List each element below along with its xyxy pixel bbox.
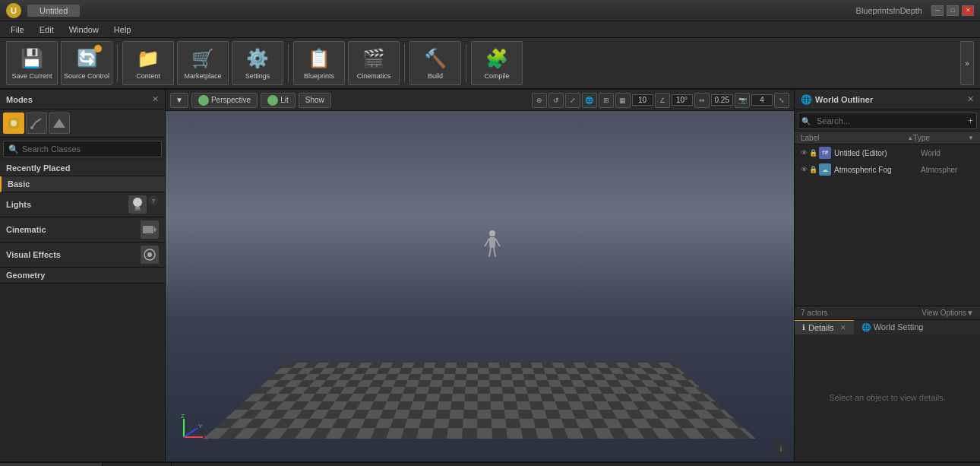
restore-button[interactable]: □ xyxy=(947,5,959,16)
lights-header[interactable]: Lights ? xyxy=(0,192,165,217)
svg-marker-3 xyxy=(53,119,65,128)
svg-point-1 xyxy=(11,120,17,126)
vp-snap-btn[interactable]: ⊞ xyxy=(599,93,614,108)
toolbar-separator-2 xyxy=(288,44,289,82)
vp-grid-btn[interactable]: ▦ xyxy=(615,93,631,108)
cinematics-button[interactable]: 🎬 Cinematics xyxy=(348,41,400,85)
vp-scale-value[interactable]: 0.25 xyxy=(711,94,733,106)
output-log-tab[interactable]: Output Log ✕ xyxy=(103,463,172,466)
lights-thumb xyxy=(128,195,147,214)
vp-camera-speed[interactable]: 4 xyxy=(751,94,773,106)
vp-maximize-btn[interactable]: ⤡ xyxy=(774,93,789,108)
vp-scale-btn[interactable]: ⤢ xyxy=(565,93,580,108)
vp-world-btn[interactable]: 🌐 xyxy=(582,93,597,108)
show-button[interactable]: Show xyxy=(299,93,331,108)
actor-count: 7 actors xyxy=(801,309,828,317)
menu-edit[interactable]: Edit xyxy=(32,24,62,36)
details-content: Select an object to view details. xyxy=(795,334,980,462)
modes-title: Modes xyxy=(6,95,33,104)
cinematic-header[interactable]: Cinematic xyxy=(0,217,165,243)
paint-mode-icon[interactable] xyxy=(26,113,47,134)
vp-scale-snap-btn[interactable]: ⇔ xyxy=(694,93,710,108)
vp-transform-btn[interactable]: ⊕ xyxy=(532,93,547,108)
outliner-fog-name: Atmospheric Fog xyxy=(834,166,921,174)
outliner-item-editor[interactable]: 👁 🔒 🗺 Untitled (Editor) World xyxy=(795,144,980,161)
vp-camera-btn[interactable]: 📷 xyxy=(735,93,750,108)
svg-rect-6 xyxy=(134,209,141,211)
titlebar-controls: BlueprintsInDepth ─ □ ✕ xyxy=(856,5,974,16)
details-tab-close[interactable]: ✕ xyxy=(840,324,846,331)
svg-line-16 xyxy=(494,248,495,257)
viewport-toolbar: ▼ Perspective Lit Show ⊕ ↺ ⤢ 🌐 ⊞ ▦ xyxy=(166,90,794,111)
vp-angle-value[interactable]: 10° xyxy=(672,94,693,106)
recently-placed-header[interactable]: Recently Placed xyxy=(0,160,165,176)
lights-info-icon: ? xyxy=(148,195,159,206)
content-button[interactable]: 📁 Content xyxy=(122,41,174,85)
show-label: Show xyxy=(305,96,324,104)
window-title: Untitled xyxy=(27,5,80,17)
outliner-fog-icon: ☁ xyxy=(819,163,831,176)
outliner-search-input[interactable] xyxy=(812,114,966,128)
outliner-search[interactable]: 🔍 + xyxy=(798,113,977,129)
world-setting-tab[interactable]: 🌐 World Setting xyxy=(854,320,931,334)
landscape-mode-icon[interactable] xyxy=(49,113,70,134)
outliner-item-fog[interactable]: 👁 🔒 ☁ Atmospheric Fog Atmospher xyxy=(795,161,980,178)
svg-rect-5 xyxy=(135,207,140,209)
compile-button[interactable]: 🧩 Compile xyxy=(471,41,523,85)
visual-effects-header[interactable]: Visual Effects xyxy=(0,243,165,268)
outliner-title: World Outliner xyxy=(815,95,873,104)
modes-panel: Modes ✕ 🔍 Recently Placed Basic xyxy=(0,90,166,461)
viewport-info-icon[interactable]: i xyxy=(774,442,788,455)
modes-close[interactable]: ✕ xyxy=(152,94,159,104)
perspective-dropdown[interactable]: ▼ xyxy=(170,93,188,108)
placement-mode-icon[interactable] xyxy=(3,113,24,134)
svg-text:X: X xyxy=(204,434,208,441)
lit-button[interactable]: Lit xyxy=(261,93,296,108)
character-placeholder xyxy=(483,230,501,258)
geometry-header[interactable]: Geometry xyxy=(0,268,165,284)
settings-label: Settings xyxy=(245,72,270,80)
lights-label: Lights xyxy=(6,200,31,209)
toolbar-expand[interactable]: » xyxy=(960,41,974,85)
svg-line-14 xyxy=(495,239,500,246)
marketplace-button[interactable]: 🛒 Marketplace xyxy=(177,41,229,85)
blueprints-button[interactable]: 📋 Blueprints xyxy=(293,41,345,85)
save-icon: 💾 xyxy=(20,46,44,71)
view-options-btn[interactable]: View Options▼ xyxy=(922,309,974,317)
svg-point-11 xyxy=(489,230,495,236)
viewport-canvas[interactable]: X Z Y i xyxy=(166,111,794,461)
details-tab[interactable]: ℹ Details ✕ xyxy=(795,320,854,334)
geometry-label: Geometry xyxy=(6,271,45,280)
outliner-close[interactable]: ✕ xyxy=(967,94,974,104)
search-classes-input[interactable] xyxy=(22,144,156,154)
minimize-button[interactable]: ─ xyxy=(931,5,944,16)
outliner-add-icon[interactable]: + xyxy=(968,116,973,126)
perspective-button[interactable]: Perspective xyxy=(191,93,258,108)
ue-logo-icon: U xyxy=(6,3,21,18)
save-current-button[interactable]: 💾 Save Current xyxy=(6,41,58,85)
outliner-spacer xyxy=(795,178,980,306)
outliner-header: 🌐 World Outliner ✕ xyxy=(795,90,980,109)
outliner-label-column: Label xyxy=(801,134,906,142)
search-classes-field[interactable]: 🔍 xyxy=(3,141,162,157)
svg-text:Z: Z xyxy=(181,414,185,420)
source-control-button[interactable]: 🔄 ! Source Control xyxy=(61,41,112,85)
build-button[interactable]: 🔨 Build xyxy=(409,41,461,85)
source-control-label: Source Control xyxy=(64,72,109,80)
close-button[interactable]: ✕ xyxy=(962,5,974,16)
lit-icon xyxy=(267,95,278,106)
floor-container xyxy=(204,287,756,439)
menu-file[interactable]: File xyxy=(3,24,32,36)
vp-rotate-btn[interactable]: ↺ xyxy=(548,93,564,108)
settings-button[interactable]: ⚙️ Settings xyxy=(232,41,283,85)
basic-header[interactable]: Basic xyxy=(0,176,165,192)
content-browser-tab[interactable]: 📁 Content Browser ✕ xyxy=(0,463,103,466)
compile-label: Compile xyxy=(484,72,509,80)
menu-window[interactable]: Window xyxy=(62,24,106,36)
expand-icon: » xyxy=(960,41,974,85)
menu-help[interactable]: Help xyxy=(106,24,139,36)
vp-grid-size[interactable]: 10 xyxy=(632,94,653,106)
svg-point-10 xyxy=(147,252,152,257)
vp-angle-snap-btn[interactable]: ∠ xyxy=(655,93,670,108)
outliner-editor-icon: 🗺 xyxy=(819,147,831,159)
